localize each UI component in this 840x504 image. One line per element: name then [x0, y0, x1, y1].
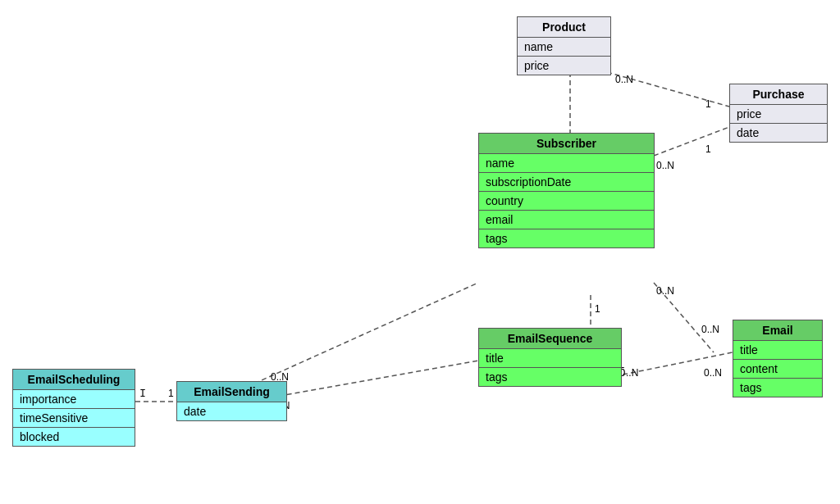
email-header: Email	[733, 320, 822, 341]
purchase-box: Purchase price date	[729, 84, 828, 143]
label-sub-purch-1: 1	[705, 143, 711, 155]
emailscheduling-field-blocked: blocked	[13, 428, 135, 446]
emailsequence-header: EmailSequence	[479, 329, 621, 349]
emailscheduling-header: EmailScheduling	[13, 370, 135, 390]
subscriber-field-country: country	[479, 192, 654, 211]
emailscheduling-field-importance: importance	[13, 390, 135, 409]
subscriber-field-email: email	[479, 211, 654, 229]
subscriber-field-subscriptiondate: subscriptionDate	[479, 173, 654, 192]
purchase-field-price: price	[730, 105, 827, 124]
svg-line-7	[271, 361, 478, 397]
emailsequence-field-tags: tags	[479, 368, 621, 386]
subscriber-box: Subscriber name subscriptionDate country…	[478, 133, 655, 248]
subscriber-field-tags: tags	[479, 229, 654, 247]
product-header: Product	[518, 17, 610, 38]
emailsequence-box: EmailSequence title tags	[478, 328, 622, 387]
product-box: Product name price	[517, 16, 611, 75]
emailscheduling-field-timesensitive: timeSensitive	[13, 409, 135, 428]
subscriber-field-name: name	[479, 154, 654, 173]
emailsending-field-date: date	[177, 402, 286, 420]
label-prod-sub-n: 0..N	[615, 74, 633, 85]
label-sched-2: 1	[168, 388, 174, 399]
purchase-header: Purchase	[730, 84, 827, 105]
emailsequence-field-title: title	[479, 349, 621, 368]
label-sched-1: 1̄	[139, 388, 146, 399]
product-field-price: price	[518, 57, 610, 75]
email-field-content: content	[733, 360, 822, 379]
email-field-tags: tags	[733, 379, 822, 397]
svg-line-6	[254, 283, 478, 384]
emailsending-box: EmailSending date	[176, 381, 287, 421]
label-sub-emailseq-1: 1	[595, 303, 600, 315]
svg-line-2	[654, 127, 729, 156]
diagram: 0..N 1 0..N 1 1 0..N 0..N 0̄..N 0..N 1 1…	[0, 0, 840, 504]
emailsending-header: EmailSending	[177, 382, 286, 402]
emailscheduling-box: EmailScheduling importance timeSensitive…	[12, 369, 135, 447]
purchase-field-date: date	[730, 124, 827, 142]
label-sub-email-n: 0..N	[701, 324, 719, 335]
label-sub-emailseq-n: 0..N	[656, 285, 674, 297]
email-box: Email title content tags	[733, 320, 823, 397]
subscriber-header: Subscriber	[479, 134, 654, 154]
label-prod-purch-1: 1	[705, 98, 711, 110]
label-emailseq-email-n2: 0..N	[704, 367, 722, 379]
email-field-title: title	[733, 341, 822, 360]
product-field-name: name	[518, 38, 610, 57]
label-sub-purch-n: 0..N	[656, 160, 674, 171]
label-emailseq-email-n1: 0̄..N	[619, 367, 638, 379]
